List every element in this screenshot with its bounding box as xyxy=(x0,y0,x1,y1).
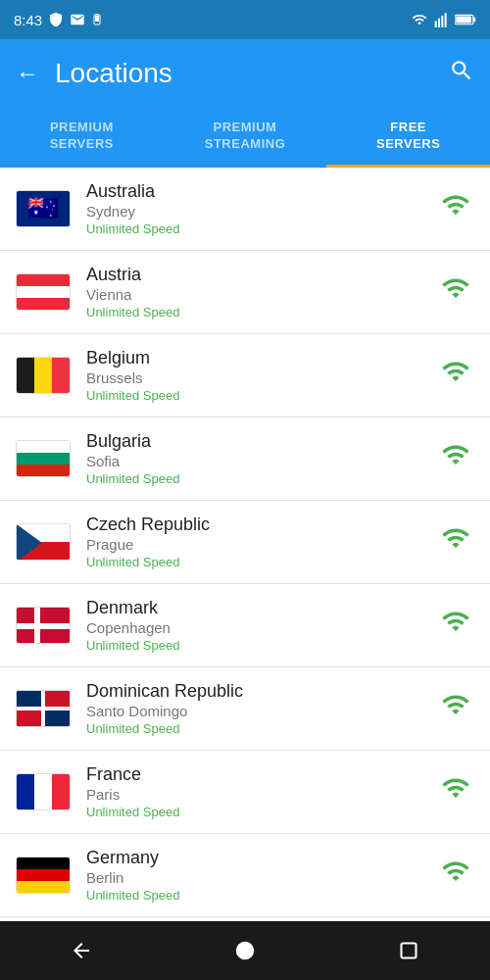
list-item[interactable]: 🇦🇺 Australia Sydney Unlimited Speed xyxy=(0,168,490,251)
time: 8:43 xyxy=(14,12,42,28)
wifi-icon xyxy=(437,440,474,469)
speed-label: Unlimited Speed xyxy=(86,555,437,569)
wifi-icon xyxy=(437,523,474,553)
city-name: Brussels xyxy=(86,369,437,386)
status-wifi-icon xyxy=(410,12,429,27)
city-name: Santo Domingo xyxy=(86,703,437,719)
flag-bg xyxy=(16,440,71,477)
list-item[interactable]: Austria Vienna Unlimited Speed xyxy=(0,251,490,334)
speed-label: Unlimited Speed xyxy=(86,805,437,819)
svg-rect-3 xyxy=(435,21,437,27)
toolbar-left: ← Locations xyxy=(16,58,172,89)
svg-point-10 xyxy=(236,942,254,959)
wifi-icon xyxy=(437,690,474,719)
signal-strength xyxy=(437,190,474,226)
status-left: 8:43 xyxy=(14,12,103,28)
wifi-icon xyxy=(437,190,474,220)
wifi-icon xyxy=(437,607,474,636)
recents-nav-button[interactable] xyxy=(384,926,433,975)
country-info: Dominican Republic Santo Domingo Unlimit… xyxy=(86,681,437,736)
speed-label: Unlimited Speed xyxy=(86,221,437,236)
signal-strength xyxy=(437,440,474,476)
city-name: Sofia xyxy=(86,453,437,469)
signal-strength xyxy=(437,690,474,726)
country-name: France xyxy=(86,764,437,785)
location-list: 🇦🇺 Australia Sydney Unlimited Speed Aust… xyxy=(0,168,490,920)
home-nav-icon xyxy=(234,940,256,961)
signal-strength xyxy=(437,273,474,310)
svg-rect-9 xyxy=(456,16,471,23)
country-name: Czech Republic xyxy=(86,514,437,535)
shield-icon xyxy=(48,12,64,27)
flag-dk xyxy=(16,607,71,644)
country-info: Austria Vienna Unlimited Speed xyxy=(86,265,437,319)
toolbar: ← Locations xyxy=(0,39,490,108)
signal-strength xyxy=(437,773,474,809)
speed-label: Unlimited Speed xyxy=(86,305,437,319)
wifi-icon xyxy=(437,273,474,303)
list-item[interactable]: Dominican Republic Santo Domingo Unlimit… xyxy=(0,667,490,751)
svg-rect-8 xyxy=(473,18,475,23)
flag-cz xyxy=(16,523,71,561)
signal-icon xyxy=(434,12,450,27)
country-name: Australia xyxy=(86,181,437,202)
list-item[interactable]: Belgium Brussels Unlimited Speed xyxy=(0,334,490,417)
back-nav-icon xyxy=(70,939,93,962)
list-item[interactable]: France Paris Unlimited Speed xyxy=(0,751,490,834)
speed-label: Unlimited Speed xyxy=(86,638,437,653)
mail-icon xyxy=(70,12,85,27)
svg-rect-1 xyxy=(96,14,99,15)
city-name: Berlin xyxy=(86,869,437,886)
flag-at xyxy=(16,273,71,311)
country-name: Belgium xyxy=(86,348,437,368)
wifi-icon xyxy=(437,773,474,803)
city-name: Vienna xyxy=(86,286,437,303)
recents-nav-icon xyxy=(399,941,418,960)
flag-au: 🇦🇺 xyxy=(16,190,71,227)
back-button[interactable]: ← xyxy=(16,60,39,87)
country-name: Dominican Republic xyxy=(86,681,437,702)
city-name: Paris xyxy=(86,786,437,803)
tab-premium-servers[interactable]: PREMIUMSERVERS xyxy=(0,108,164,168)
flag-de xyxy=(16,857,71,894)
flag-do xyxy=(16,690,71,727)
signal-strength xyxy=(437,523,474,560)
city-name: Sydney xyxy=(86,203,437,220)
list-item[interactable]: Germany Berlin Unlimited Speed xyxy=(0,834,490,917)
country-info: Australia Sydney Unlimited Speed xyxy=(86,181,437,236)
signal-strength xyxy=(437,607,474,643)
svg-rect-4 xyxy=(438,19,440,27)
status-right xyxy=(410,12,476,27)
country-info: Czech Republic Prague Unlimited Speed xyxy=(86,514,437,569)
list-item[interactable]: Bulgaria Sofia Unlimited Speed xyxy=(0,417,490,501)
battery-mini-icon xyxy=(91,12,103,27)
city-name: Copenhagen xyxy=(86,619,437,636)
svg-rect-6 xyxy=(445,13,447,27)
home-nav-button[interactable] xyxy=(220,926,270,975)
back-nav-button[interactable] xyxy=(57,926,106,975)
speed-label: Unlimited Speed xyxy=(86,888,437,903)
signal-strength xyxy=(437,857,474,893)
signal-strength xyxy=(437,357,474,393)
search-icon xyxy=(449,58,474,83)
flag-fr xyxy=(16,773,71,810)
list-item[interactable]: Denmark Copenhagen Unlimited Speed xyxy=(0,584,490,667)
tab-premium-streaming[interactable]: PREMIUMSTREAMING xyxy=(164,108,327,168)
search-button[interactable] xyxy=(449,58,474,89)
flag-be xyxy=(16,357,71,394)
speed-label: Unlimited Speed xyxy=(86,388,437,403)
page-title: Locations xyxy=(55,58,172,89)
tab-free-servers[interactable]: FREESERVERS xyxy=(326,108,490,168)
svg-rect-5 xyxy=(441,16,443,27)
country-name: Austria xyxy=(86,265,437,285)
country-name: Denmark xyxy=(86,598,437,618)
city-name: Prague xyxy=(86,536,437,553)
country-info: Denmark Copenhagen Unlimited Speed xyxy=(86,598,437,653)
list-item[interactable]: Czech Republic Prague Unlimited Speed xyxy=(0,501,490,584)
tab-bar: PREMIUMSERVERS PREMIUMSTREAMING FREESERV… xyxy=(0,108,490,168)
country-info: France Paris Unlimited Speed xyxy=(86,764,437,819)
speed-label: Unlimited Speed xyxy=(86,721,437,736)
status-bar: 8:43 xyxy=(0,0,490,39)
country-info: Bulgaria Sofia Unlimited Speed xyxy=(86,431,437,486)
svg-rect-2 xyxy=(95,16,99,22)
